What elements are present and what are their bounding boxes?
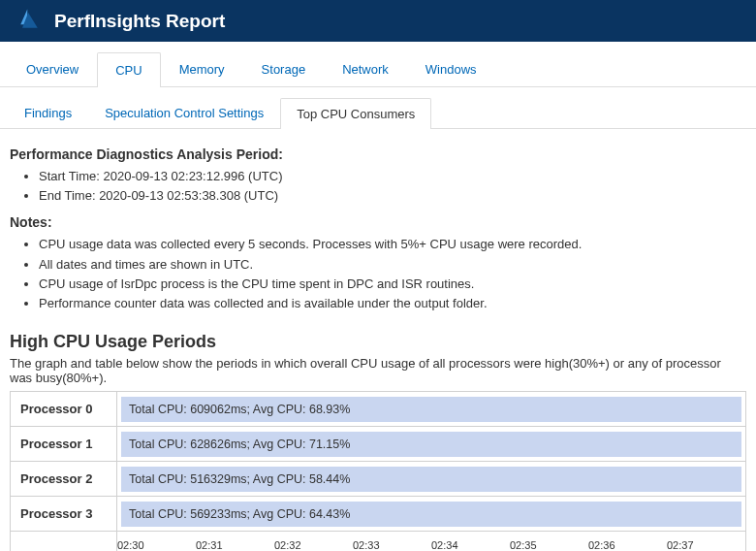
tabs-secondary: FindingsSpeculation Control SettingsTop … (0, 91, 756, 129)
timeline-tick: 02:37 (667, 539, 745, 551)
analysis-period-list: Start Time: 2020-09-13 02:23:12.996 (UTC… (10, 168, 746, 205)
analysis-start-time: Start Time: 2020-09-13 02:23:12.996 (UTC… (39, 168, 746, 185)
timeline-tick: 02:33 (353, 539, 431, 551)
analysis-end-time: End Time: 2020-09-13 02:53:38.308 (UTC) (39, 187, 746, 205)
tabs-primary: OverviewCPUMemoryStorageNetworkWindows (0, 42, 756, 87)
processor-label: Processor 1 (11, 427, 117, 462)
notes-list: CPU usage data was collected every 5 sec… (10, 236, 746, 312)
processor-bar-cell: Total CPU: 569233ms; Avg CPU: 64.43% (117, 497, 746, 532)
processor-row: Processor 1Total CPU: 628626ms; Avg CPU:… (11, 427, 746, 462)
analysis-period-title: Performance Diagnostics Analysis Period: (10, 146, 746, 162)
processor-row: Processor 2Total CPU: 516329ms; Avg CPU:… (11, 462, 746, 497)
tab-overview[interactable]: Overview (8, 51, 97, 86)
note-item: All dates and times are shown in UTC. (39, 256, 746, 274)
processor-usage-bar: Total CPU: 628626ms; Avg CPU: 71.15% (121, 432, 741, 457)
processor-usage-table: Processor 0Total CPU: 609062ms; Avg CPU:… (10, 391, 746, 551)
app-title: PerfInsights Report (54, 11, 225, 32)
processor-bar-cell: Total CPU: 516329ms; Avg CPU: 58.44% (117, 462, 746, 497)
timeline-tick: 02:35 (510, 539, 588, 551)
note-item: CPU usage data was collected every 5 sec… (39, 236, 746, 253)
note-item: Performance counter data was collected a… (39, 295, 746, 312)
subtab-speculation-control-settings[interactable]: Speculation Control Settings (88, 97, 280, 128)
tab-windows[interactable]: Windows (407, 51, 495, 86)
processor-usage-bar: Total CPU: 516329ms; Avg CPU: 58.44% (121, 467, 741, 492)
content-area: Performance Diagnostics Analysis Period:… (0, 146, 756, 551)
processor-usage-bar: Total CPU: 569233ms; Avg CPU: 64.43% (121, 502, 741, 527)
timeline-ticks-row: 02:3002:3102:3202:3302:3402:3502:3602:37 (11, 532, 746, 551)
high-cpu-heading: High CPU Usage Periods (10, 332, 746, 352)
processor-row: Processor 0Total CPU: 609062ms; Avg CPU:… (11, 392, 746, 427)
app-header: PerfInsights Report (0, 0, 756, 42)
processor-label: Processor 2 (11, 462, 117, 497)
notes-title: Notes: (10, 214, 746, 230)
subtab-findings[interactable]: Findings (8, 97, 88, 128)
processor-label: Processor 3 (11, 497, 117, 532)
high-cpu-description: The graph and table below show the perio… (10, 356, 746, 385)
timeline-tick: 02:31 (196, 539, 274, 551)
timeline-tick: 02:36 (588, 539, 667, 551)
tab-network[interactable]: Network (324, 51, 407, 86)
tab-storage[interactable]: Storage (243, 51, 325, 86)
timeline-tick: 02:32 (274, 539, 353, 551)
azure-logo-icon (16, 6, 43, 36)
tab-cpu[interactable]: CPU (97, 52, 160, 87)
note-item: CPU usage of IsrDpc process is the CPU t… (39, 276, 746, 293)
processor-row: Processor 3Total CPU: 569233ms; Avg CPU:… (11, 497, 746, 532)
timeline-tick: 02:34 (431, 539, 510, 551)
processor-usage-bar: Total CPU: 609062ms; Avg CPU: 68.93% (121, 397, 741, 422)
tab-memory[interactable]: Memory (161, 51, 243, 86)
subtab-top-cpu-consumers[interactable]: Top CPU Consumers (280, 98, 431, 129)
processor-bar-cell: Total CPU: 609062ms; Avg CPU: 68.93% (117, 392, 746, 427)
processor-label: Processor 0 (11, 392, 117, 427)
processor-bar-cell: Total CPU: 628626ms; Avg CPU: 71.15% (117, 427, 746, 462)
timeline-tick: 02:30 (117, 539, 196, 551)
